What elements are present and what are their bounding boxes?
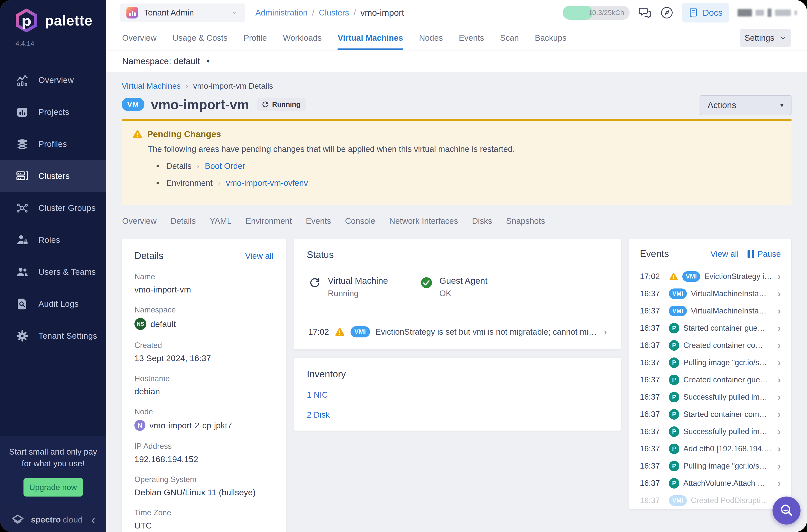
server-stack-icon <box>16 169 29 183</box>
search-icon <box>779 503 794 518</box>
palette-logo-icon: p <box>15 8 38 33</box>
event-row[interactable]: 16:37 P Pulling image "gcr.io/s…› <box>640 457 781 475</box>
cluster-tabs: Overview Usage & Costs Profile Workloads… <box>106 25 807 51</box>
chevron-right-icon: › <box>777 444 781 454</box>
project-scope-selector[interactable]: Tenant Admin <box>120 3 245 22</box>
sidebar-item-audit-logs[interactable]: Audit Logs <box>0 288 106 320</box>
details-card: Details View all Name vmo-import-vm Name… <box>122 238 286 532</box>
pod-badge: P <box>669 478 679 489</box>
chat-icon[interactable] <box>638 6 652 19</box>
sidebar-item-label: Users & Teams <box>38 267 96 277</box>
event-row[interactable]: 16:37 P Successfully pulled im…› <box>640 423 781 440</box>
subtab-console[interactable]: Console <box>345 216 375 226</box>
settings-button[interactable]: Settings <box>740 29 791 47</box>
tab-scan[interactable]: Scan <box>500 25 519 50</box>
status-card: Status Virtual MachineRunning Guest Agen… <box>294 238 621 350</box>
chevron-right-icon: › <box>777 358 781 367</box>
status-event-row[interactable]: 17:02 VMI EvictionStrategy is set but vm… <box>307 315 608 349</box>
brand-name: palette <box>45 12 93 29</box>
event-row[interactable]: 16:37 P Started container gue…› <box>640 320 781 337</box>
tab-backups[interactable]: Backups <box>535 25 567 50</box>
sidebar-item-cluster-groups[interactable]: Cluster Groups <box>0 192 106 224</box>
sidebar-item-roles[interactable]: Roles <box>0 224 106 256</box>
cards-row: Details View all Name vmo-import-vm Name… <box>122 238 791 532</box>
event-row[interactable]: 16:37 P Pulling image "gcr.io/s…› <box>640 354 781 371</box>
pending-change-link-boot-order[interactable]: Boot Order <box>205 162 245 171</box>
event-row[interactable]: 16:37 VMI VirtualMachineInsta…› <box>640 285 781 302</box>
chevron-right-icon: › <box>777 375 781 385</box>
sidebar-item-label: Overview <box>38 75 74 85</box>
gear-icon <box>16 329 29 343</box>
refresh-icon <box>262 101 269 108</box>
vm-breadcrumb-current: vmo-import-vm Details <box>193 81 273 91</box>
subtab-details[interactable]: Details <box>171 216 196 226</box>
event-row[interactable]: 16:37 VMI VirtualMachineInsta…› <box>640 302 781 320</box>
vm-kind-badge: VM <box>122 98 145 111</box>
field-namespace: Namespace NSdefault <box>134 305 273 330</box>
event-row[interactable]: 16:37 P Created container co…› <box>640 337 781 354</box>
tab-profile[interactable]: Profile <box>244 25 267 50</box>
chevron-down-icon <box>231 9 238 17</box>
inventory-card-title: Inventory <box>307 369 346 380</box>
event-row[interactable]: 16:37 VMI Created PodDisrupti…› <box>640 492 781 509</box>
pending-change-link-ovfenv[interactable]: vmo-import-vm-ovfenv <box>226 178 308 188</box>
pending-change-item: Details › Boot Order <box>156 161 781 171</box>
namespace-bar[interactable]: Namespace: default ▾ <box>106 51 807 72</box>
chevron-right-icon: › <box>777 341 781 350</box>
subtab-yaml[interactable]: YAML <box>210 216 231 226</box>
tab-usage-costs[interactable]: Usage & Costs <box>173 25 228 50</box>
status-guest-agent: Guest AgentOK <box>420 276 488 298</box>
tab-workloads[interactable]: Workloads <box>283 25 322 50</box>
tab-overview[interactable]: Overview <box>122 25 157 50</box>
event-row[interactable]: 16:37 P Created container gue…› <box>640 371 781 388</box>
inventory-disk-link[interactable]: 2 Disk <box>307 410 608 420</box>
network-nodes-icon <box>16 201 29 215</box>
event-row[interactable]: 17:02 VMI EvictionStrategy i…› <box>640 268 781 285</box>
events-view-all-link[interactable]: View all <box>710 249 738 259</box>
vm-breadcrumb-link[interactable]: Virtual Machines <box>122 81 181 91</box>
sidebar-item-tenant-settings[interactable]: Tenant Settings <box>0 320 106 352</box>
field-name: Name vmo-import-vm <box>134 272 273 294</box>
subtab-network-interfaces[interactable]: Network Interfaces <box>389 216 458 226</box>
event-row[interactable]: 16:37 P Started container com…› <box>640 406 781 423</box>
user-account-redacted <box>737 8 797 17</box>
subtab-snapshots[interactable]: Snapshots <box>506 216 545 226</box>
sidebar-item-projects[interactable]: Projects <box>0 96 106 128</box>
event-row[interactable]: 16:37 P Successfully pulled im…› <box>640 388 781 406</box>
subtab-overview[interactable]: Overview <box>122 216 157 226</box>
event-row[interactable]: 16:37 P AttachVolume.Attach …› <box>640 475 781 492</box>
vmi-badge: VMI <box>669 495 687 506</box>
inventory-nic-link[interactable]: 1 NIC <box>307 390 608 400</box>
subtab-events[interactable]: Events <box>306 216 331 226</box>
subtab-environment[interactable]: Environment <box>246 216 292 226</box>
sidebar-item-users-teams[interactable]: Users & Teams <box>0 256 106 288</box>
tab-events[interactable]: Events <box>459 25 484 50</box>
sidebar-item-overview[interactable]: Overview <box>0 64 106 96</box>
docs-button[interactable]: Docs <box>682 3 729 22</box>
events-pause-button[interactable]: Pause <box>748 249 781 259</box>
promo-text: Start small and only pay for what you us… <box>7 446 99 470</box>
subtab-disks[interactable]: Disks <box>472 216 492 226</box>
breadcrumb-administration[interactable]: Administration <box>255 8 307 18</box>
vm-status-badge: Running <box>257 98 305 111</box>
tab-virtual-machines[interactable]: Virtual Machines <box>338 25 403 50</box>
actions-dropdown[interactable]: Actions ▾ <box>699 95 791 115</box>
sidebar-item-label: Tenant Settings <box>38 331 97 341</box>
namespace-badge: NS <box>134 318 146 330</box>
usage-meter: 10.3/25kCh <box>563 6 630 20</box>
chevron-right-icon[interactable]: › <box>604 327 607 337</box>
tab-nodes[interactable]: Nodes <box>419 25 443 50</box>
sidebar-collapse-button[interactable]: ‹ <box>91 514 95 526</box>
details-view-all-link[interactable]: View all <box>245 251 273 261</box>
breadcrumb-clusters[interactable]: Clusters <box>319 8 349 18</box>
pending-changes-list: Details › Boot Order Environment › vmo-i… <box>156 161 781 188</box>
upgrade-now-button[interactable]: Upgrade now <box>23 478 83 496</box>
chevron-right-icon: › <box>777 478 781 488</box>
compass-icon[interactable] <box>660 6 674 19</box>
event-row[interactable]: 16:37 P Add eth0 [192.168.194.15…› <box>640 440 781 457</box>
sidebar-item-clusters[interactable]: Clusters <box>0 160 106 192</box>
sidebar-item-profiles[interactable]: Profiles <box>0 128 106 160</box>
namespace-selector[interactable]: Namespace: default <box>122 56 200 66</box>
node-badge: N <box>134 420 145 431</box>
search-fab-button[interactable] <box>772 496 801 525</box>
